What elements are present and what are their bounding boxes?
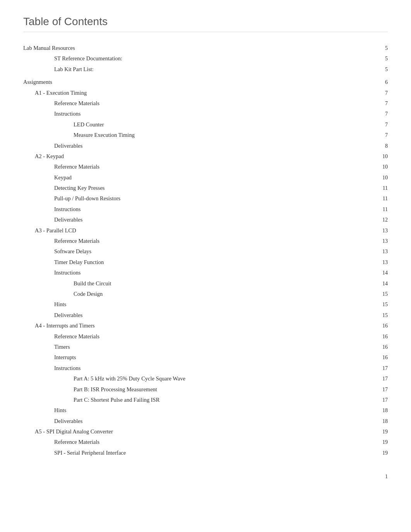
toc-entry-label: Pull-up / Pull-down Resistors	[23, 194, 376, 203]
toc-entry-label: Timer Delay Function	[23, 258, 376, 267]
toc-entry-label: Instructions	[23, 268, 376, 277]
toc-entry-label: A4 - Interrupts and Timers	[23, 321, 376, 330]
toc-entry: Keypad10	[23, 172, 388, 183]
toc-entry-page: 6	[376, 78, 388, 87]
toc-entry-label: Keypad	[23, 173, 376, 182]
toc-entry-label: Interrupts	[23, 353, 376, 362]
toc-entry: Reference Materials10	[23, 162, 388, 172]
toc-entry-label: Reference Materials	[23, 162, 376, 171]
toc-entry-label: Reference Materials	[23, 332, 376, 341]
toc-entry: Part B: ISR Processing Measurement17	[23, 384, 388, 395]
toc-entry: Part A: 5 kHz with 25% Duty Cycle Square…	[23, 373, 388, 384]
toc-entry-page: 17	[376, 396, 388, 404]
toc-entry: A2 - Keypad10	[23, 151, 388, 162]
toc-entry-label: Lab Manual Resources	[23, 44, 376, 53]
toc-entry-page: 14	[376, 269, 388, 277]
toc-entry: Timer Delay Function13	[23, 257, 388, 268]
toc-entry-page: 5	[376, 44, 388, 53]
toc-entry: A3 - Parallel LCD13	[23, 225, 388, 236]
toc-entry-label: Hints	[23, 406, 376, 415]
toc-entry-page: 19	[376, 438, 388, 447]
toc-entry-page: 11	[376, 194, 388, 203]
toc-entry-page: 16	[376, 343, 388, 351]
toc-entry: Software Delays13	[23, 246, 388, 257]
toc-entry: Lab Manual Resources5	[23, 43, 388, 53]
toc-entry: Instructions14	[23, 268, 388, 278]
toc-entry-label: Hints	[23, 300, 376, 309]
toc-entry-page: 13	[376, 247, 388, 256]
toc-entry-page: 15	[376, 290, 388, 298]
toc-entry-label: Part A: 5 kHz with 25% Duty Cycle Square…	[23, 374, 376, 383]
toc-entry: Hints18	[23, 405, 388, 416]
toc-entry: Instructions17	[23, 363, 388, 373]
toc-entry-label: Part B: ISR Processing Measurement	[23, 385, 376, 394]
toc-entry-page: 13	[376, 227, 388, 235]
toc-entry-page: 18	[376, 417, 388, 426]
toc-entry: Deliverables18	[23, 416, 388, 426]
toc-entry-label: Measure Execution Timing	[23, 131, 376, 140]
toc-entry-page: 13	[376, 258, 388, 267]
toc-entry: ST Reference Documentation:5	[23, 53, 388, 64]
toc-entry: Part C: Shortest Pulse and Failing ISR17	[23, 395, 388, 405]
toc-entry-label: A2 - Keypad	[23, 152, 376, 161]
toc-entry: Detecting Key Presses11	[23, 183, 388, 193]
toc-entry-label: ST Reference Documentation:	[23, 54, 376, 63]
toc-entry-page: 19	[376, 428, 388, 436]
page-title: Table of Contents	[23, 15, 388, 32]
toc-entry-label: Deliverables	[23, 215, 376, 224]
toc-entry-label: Instructions	[23, 205, 376, 214]
toc-entry-label: Deliverables	[23, 311, 376, 320]
toc-entry: Assignments6	[23, 77, 388, 87]
toc-entry: Code Design15	[23, 289, 388, 299]
toc-entry: LED Counter7	[23, 119, 388, 130]
toc-entry-page: 7	[376, 89, 388, 97]
toc-entry-label: Reference Materials	[23, 99, 376, 108]
toc-entry-page: 17	[376, 375, 388, 383]
toc-entry-label: Deliverables	[23, 142, 376, 150]
toc-entry-page: 18	[376, 406, 388, 415]
toc-entry: SPI - Serial Peripheral Interface19	[23, 448, 388, 458]
toc-entry-label: LED Counter	[23, 120, 376, 129]
toc-entry-label: Timers	[23, 343, 376, 351]
toc-entry: Instructions11	[23, 204, 388, 215]
toc-entry-label: A5 - SPI Digital Analog Converter	[23, 427, 376, 436]
toc-entry-label: A3 - Parallel LCD	[23, 226, 376, 235]
toc-entry-label: Assignments	[23, 78, 376, 87]
toc-entry-page: 8	[376, 142, 388, 150]
toc-entry: Pull-up / Pull-down Resistors11	[23, 193, 388, 204]
toc-entry: Reference Materials16	[23, 331, 388, 342]
toc-entry-page: 7	[376, 99, 388, 108]
toc-entry-page: 10	[376, 152, 388, 161]
toc-entry: Interrupts16	[23, 352, 388, 363]
toc-entry: Reference Materials7	[23, 98, 388, 109]
toc-container: Lab Manual Resources5ST Reference Docume…	[23, 43, 388, 458]
toc-entry-page: 16	[376, 322, 388, 330]
toc-entry-page: 7	[376, 131, 388, 140]
toc-entry-label: Deliverables	[23, 417, 376, 426]
toc-entry: Lab Kit Part List:5	[23, 64, 388, 75]
toc-entry-page: 13	[376, 237, 388, 246]
toc-entry-page: 7	[376, 110, 388, 118]
page-footer: 1	[23, 474, 388, 480]
toc-entry: Deliverables8	[23, 141, 388, 151]
toc-entry-page: 10	[376, 163, 388, 171]
toc-entry-page: 17	[376, 364, 388, 373]
toc-entry-page: 5	[376, 65, 388, 74]
toc-entry-label: Detecting Key Presses	[23, 184, 376, 193]
toc-entry: Reference Materials13	[23, 236, 388, 246]
toc-entry-label: Part C: Shortest Pulse and Failing ISR	[23, 396, 376, 404]
toc-entry-label: A1 - Execution Timing	[23, 89, 376, 97]
toc-entry: Timers16	[23, 342, 388, 352]
toc-entry-page: 11	[376, 184, 388, 193]
toc-entry-page: 17	[376, 385, 388, 394]
toc-entry: Reference Materials19	[23, 437, 388, 447]
toc-entry-page: 12	[376, 216, 388, 224]
toc-entry-label: Reference Materials	[23, 438, 376, 447]
toc-entry: A5 - SPI Digital Analog Converter19	[23, 426, 388, 437]
toc-entry-page: 10	[376, 174, 388, 182]
toc-entry: Deliverables12	[23, 215, 388, 225]
toc-entry-page: 11	[376, 205, 388, 214]
toc-entry-label: Build the Circuit	[23, 279, 376, 288]
toc-entry-label: Software Delays	[23, 247, 376, 256]
toc-entry: A1 - Execution Timing7	[23, 88, 388, 98]
